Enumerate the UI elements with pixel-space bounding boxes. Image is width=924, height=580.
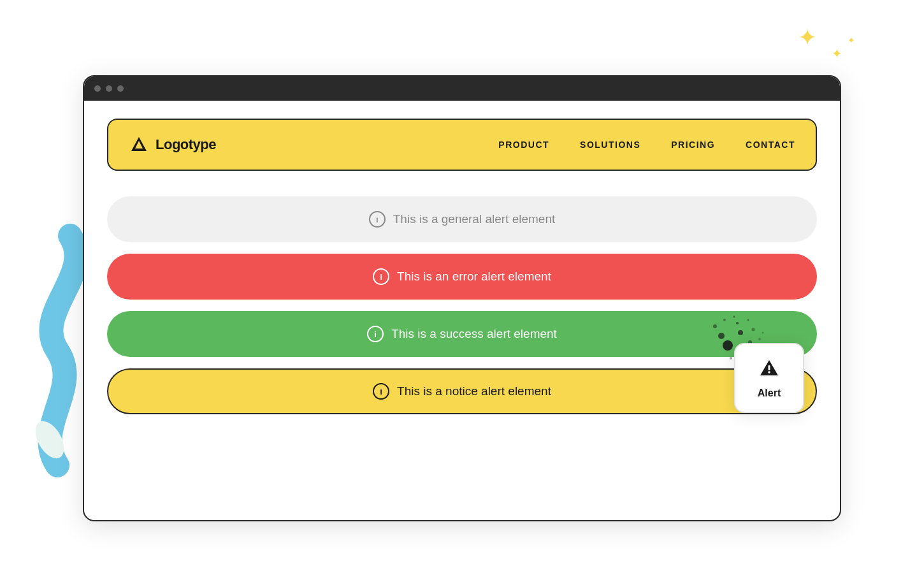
alert-notice-text: This is a notice alert element xyxy=(397,384,551,398)
star-decoration-medium: ✦ xyxy=(832,46,842,61)
alert-success: i This is a success alert element xyxy=(107,311,817,357)
nav-item-pricing[interactable]: PRICING xyxy=(671,140,715,150)
alert-notice: i This is a notice alert element xyxy=(107,368,817,414)
nav-item-contact[interactable]: CONTACT xyxy=(746,140,795,150)
svg-point-0 xyxy=(29,416,69,463)
browser-titlebar xyxy=(84,76,840,101)
alert-general-text: This is a general alert element xyxy=(393,212,556,226)
browser-window: Logotype PRODUCT SOLUTIONS PRICING CONTA… xyxy=(83,75,841,521)
nav-item-product[interactable]: PRODUCT xyxy=(498,140,549,150)
titlebar-dot-2 xyxy=(106,85,112,92)
star-decoration-small: ✦ xyxy=(848,35,855,45)
titlebar-dot-1 xyxy=(94,85,101,92)
alert-error-text: This is an error alert element xyxy=(397,270,551,284)
star-decoration-large: ✦ xyxy=(798,24,817,51)
alert-success-icon: i xyxy=(367,326,384,342)
navbar: Logotype PRODUCT SOLUTIONS PRICING CONTA… xyxy=(107,119,817,171)
svg-point-17 xyxy=(768,371,770,373)
alerts-section: i This is a general alert element i This… xyxy=(107,196,817,414)
nav-item-solutions[interactable]: SOLUTIONS xyxy=(580,140,640,150)
alert-general-icon: i xyxy=(369,211,386,228)
alert-popup-warning-icon xyxy=(759,358,779,382)
alert-error-icon: i xyxy=(373,268,389,285)
alert-error: i This is an error alert element xyxy=(107,254,817,300)
alert-general: i This is a general alert element xyxy=(107,196,817,242)
nav-links: PRODUCT SOLUTIONS PRICING CONTACT xyxy=(498,140,795,150)
logo-icon xyxy=(129,134,149,155)
titlebar-dot-3 xyxy=(117,85,124,92)
logo-text: Logotype xyxy=(155,136,216,153)
alert-popup-label: Alert xyxy=(758,388,781,399)
alert-notice-icon: i xyxy=(373,383,389,400)
logo-area: Logotype xyxy=(129,134,216,155)
alert-popup-card: Alert xyxy=(734,343,804,413)
alert-success-text: This is a success alert element xyxy=(391,327,557,341)
svg-rect-16 xyxy=(769,365,770,370)
